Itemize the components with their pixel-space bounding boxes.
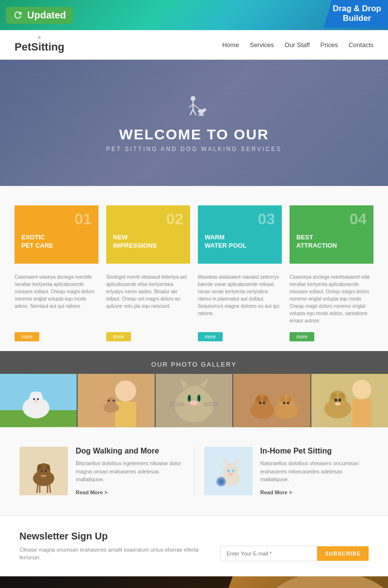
svg-line-8 [199, 113, 200, 116]
svg-line-4 [190, 109, 193, 115]
feature-dog-title: Dog Walking and More [76, 447, 184, 455]
hero-section: WELCOME TO OUR PET SITTING AND DOG WALKI… [0, 60, 388, 186]
svg-point-31 [180, 386, 207, 412]
hero-heading: WELCOME TO OUR [119, 126, 269, 143]
refresh-icon [13, 10, 23, 20]
hero-subheading: PET SITTING AND DOG WALKING SERVICES [106, 146, 282, 152]
service-card-1: 01 EXOTICPET CARE [15, 205, 98, 264]
gallery-photo-1[interactable] [0, 374, 77, 427]
svg-point-88 [228, 473, 233, 476]
svg-point-20 [37, 398, 39, 400]
subscribe-button[interactable]: SUBSCRIBE [317, 546, 369, 561]
svg-rect-29 [156, 374, 232, 427]
svg-point-65 [335, 403, 340, 405]
more-button-3[interactable]: more [198, 332, 223, 341]
nav-prices[interactable]: Prices [321, 41, 338, 49]
service-btn-1: more [15, 332, 98, 341]
svg-point-38 [190, 401, 198, 405]
feature-dog-read-more[interactable]: Read More > [76, 489, 108, 495]
svg-rect-73 [41, 475, 47, 477]
feature-dog-walking: Dog Walking and More Bitsraellus doloibu… [19, 447, 184, 496]
svg-point-25 [104, 403, 119, 413]
svg-point-52 [280, 396, 285, 403]
svg-point-16 [29, 391, 43, 405]
nav-contacts[interactable]: Contacts [349, 41, 373, 49]
logo: PetSitting [15, 41, 65, 53]
services-buttons: more more more more [15, 332, 373, 341]
svg-point-48 [259, 402, 261, 404]
svg-point-23 [115, 380, 137, 402]
card-title-4: BESTATTRACTION [296, 234, 367, 250]
svg-point-72 [45, 470, 47, 472]
card-number-2: 02 [166, 210, 183, 228]
newsletter-description: Clloase magna onumsan erahaseres amalit … [19, 546, 201, 562]
gallery-photo-3[interactable] [156, 374, 232, 427]
feature-cat-title: In-Home Pet Sitting [260, 447, 369, 455]
nav-services[interactable]: Services [250, 41, 274, 49]
gallery-photos [0, 374, 388, 427]
header: PetSitting Home Services Our Staff Price… [0, 30, 388, 60]
svg-point-28 [113, 400, 115, 402]
newsletter-email-input[interactable] [220, 546, 317, 561]
svg-point-49 [263, 402, 265, 404]
card-title-3: WARMWATER POOL [205, 234, 275, 250]
svg-rect-58 [352, 399, 372, 427]
svg-point-61 [331, 392, 337, 400]
service-detail-1: Casesaent viaseya asciega nventite neraf… [15, 273, 98, 324]
special-section: Special Care for Senior Pets Ceritaesa e… [0, 576, 388, 588]
card-number-1: 01 [74, 210, 92, 228]
more-button-1[interactable]: more [15, 332, 39, 341]
pet-sitting-image [204, 447, 253, 495]
updated-badge: Updated [6, 7, 73, 24]
more-button-2[interactable]: more [106, 332, 131, 341]
svg-point-60 [329, 390, 346, 408]
feature-cat-content: In-Home Pet Sitting Natsraellus doloibus… [260, 447, 369, 496]
service-detail-4: Ceasneya asciega nveritsasaent vide nera… [290, 273, 373, 324]
more-button-4[interactable]: more [290, 332, 314, 341]
special-bg-overlay [194, 576, 388, 588]
service-btn-3: more [198, 332, 282, 341]
svg-point-44 [250, 402, 275, 419]
gallery-photo-5[interactable] [311, 374, 388, 427]
service-detail-2: Seologet nveriti vitiasaud lettertya aet… [106, 273, 190, 324]
svg-point-7 [203, 108, 206, 111]
svg-point-18 [37, 392, 42, 399]
svg-point-35 [195, 394, 202, 402]
svg-point-83 [223, 463, 239, 479]
svg-point-71 [41, 470, 43, 472]
svg-point-54 [283, 402, 286, 404]
svg-point-69 [37, 464, 42, 470]
svg-point-21 [34, 401, 38, 403]
svg-point-57 [352, 380, 372, 399]
svg-point-19 [33, 398, 35, 400]
svg-point-59 [324, 399, 351, 419]
svg-point-26 [107, 397, 116, 407]
svg-rect-56 [311, 374, 388, 427]
card-title-1: EXOTICPET CARE [21, 234, 92, 250]
hero-icon [179, 94, 209, 122]
newsletter-body: Clloase magna onumsan erahaseres amalit … [19, 546, 369, 562]
service-btn-2: more [106, 332, 190, 341]
services-cards: 01 EXOTICPET CARE 02 NEWIMPRESSIONS 03 W… [15, 205, 373, 264]
nav-home[interactable]: Home [222, 41, 239, 49]
svg-point-47 [263, 396, 268, 403]
feature-cat-read-more[interactable]: Read More > [260, 489, 292, 495]
gallery-photo-4[interactable] [233, 374, 310, 427]
nav-our-staff[interactable]: Our Staff [285, 41, 310, 49]
svg-point-50 [274, 402, 298, 419]
top-bar: Updated Drag & DropBuilder [0, 0, 388, 30]
svg-point-91 [219, 480, 223, 484]
gallery-photo-2[interactable] [78, 374, 154, 427]
svg-point-45 [255, 394, 270, 410]
svg-rect-22 [78, 374, 154, 427]
service-detail-3: Masekas aistasaent viasaed seterrrys bae… [198, 273, 282, 324]
svg-point-64 [338, 399, 341, 402]
svg-point-51 [278, 394, 294, 410]
svg-point-15 [23, 397, 49, 419]
nav: Home Services Our Staff Prices Contacts [222, 41, 373, 49]
svg-point-62 [339, 392, 344, 400]
feature-dog-content: Dog Walking and More Bitsraellus doloibu… [76, 447, 184, 496]
svg-point-27 [108, 400, 110, 402]
feature-cat-desc: Natsraellus doloibus vtreasers oncumisan… [260, 459, 369, 484]
svg-line-11 [203, 113, 204, 116]
